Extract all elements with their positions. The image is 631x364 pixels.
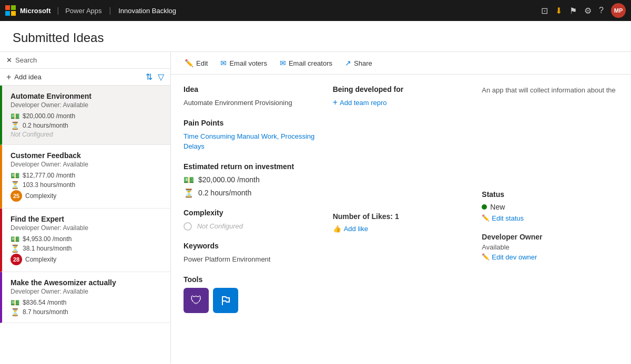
edit-button[interactable]: ✏️ Edit (179, 56, 213, 70)
search-row[interactable]: ✕ Search (6, 56, 164, 64)
list-item[interactable]: Find the Expert Developer Owner: Availab… (0, 209, 170, 272)
keywords-label: Keywords (184, 242, 320, 250)
sidebar: ✕ Search + Add idea ⇅ ▽ Automate Environ… (0, 52, 171, 363)
status-section: Status New ✏️ Edit status (482, 190, 618, 222)
email-voters-button[interactable]: ✉ Email voters (215, 56, 272, 70)
money-value: $20,000.00 /month (23, 112, 75, 120)
flow-tool-icon[interactable] (213, 288, 238, 313)
keywords-section: Keywords Power Platform Environment (184, 242, 320, 265)
hours-value: 103.3 hours/month (23, 181, 75, 189)
complexity-label: Complexity (184, 209, 320, 217)
add-like-label: Add like (344, 225, 368, 233)
money-value: $836.54 /month (23, 299, 66, 306)
meta-complexity-row: 28 Complexity (11, 254, 164, 265)
add-team-repro-link[interactable]: + Add team repro (333, 98, 470, 107)
plus-icon: + (6, 72, 11, 82)
idea-section: Idea Automate Environment Provisioning (184, 85, 320, 108)
microsoft-logo-icon (5, 5, 16, 16)
complexity-label: Complexity (25, 256, 56, 263)
topbar-right: ⊡ ⬇ ⚑ ⚙ ? MP (541, 3, 626, 18)
topbar-app-divider: | (109, 6, 111, 15)
help-icon[interactable]: ? (599, 6, 604, 15)
edit-icon: ✏️ (185, 59, 194, 67)
money-icon: 💵 (11, 298, 19, 307)
content-area: ✏️ Edit ✉ Email voters ✉ Email creators … (171, 52, 631, 363)
topbar: Microsoft | Power Apps | Innovation Back… (0, 0, 631, 21)
sidebar-toolbar: ✕ Search (0, 52, 170, 69)
edit-dev-owner-icon: ✏️ (482, 253, 490, 261)
complexity-circle (184, 222, 192, 231)
pain-points-value: Time Consuming Manual Work, Processing D… (184, 131, 320, 152)
list-item[interactable]: Automate Environment Developer Owner: Av… (0, 86, 170, 145)
add-idea-button[interactable]: + Add idea (6, 72, 42, 82)
topbar-backlog-label: Innovation Backlog (118, 7, 176, 15)
hours-icon: ⏳ (11, 121, 19, 130)
add-team-repro-label: Add team repro (340, 99, 387, 107)
settings-icon[interactable]: ⚙ (584, 6, 592, 16)
toolbar-icons: ⇅ ▽ (146, 72, 164, 82)
being-developed-label: Being developed for (333, 85, 470, 93)
list-item[interactable]: Make the Awesomizer actually Developer O… (0, 272, 170, 323)
money-icon: 💵 (11, 235, 19, 243)
idea-label: Idea (184, 85, 320, 93)
edit-dev-owner-button[interactable]: ✏️ Edit dev owner (482, 253, 618, 261)
detail-col-mid: Being developed for + Add team repro Num… (333, 85, 470, 324)
pain-point-link[interactable]: Time Consuming Manual Work, Processing D… (184, 132, 314, 151)
meta-hours-row: ⏳ 103.3 hours/month (11, 181, 164, 189)
filter-icon[interactable]: ▽ (158, 72, 164, 82)
thumbs-up-icon: 👍 (333, 225, 341, 233)
complexity-badge: 25 (11, 190, 22, 202)
roi-label: Estimated return on investment (184, 162, 320, 171)
hours-icon: ⏳ (11, 181, 19, 189)
meta-money-row: 💵 $20,000.00 /month (11, 112, 164, 120)
detail-content: Idea Automate Environment Provisioning P… (171, 75, 631, 334)
complexity-value: Not Configured (184, 221, 320, 232)
being-developed-section: Being developed for + Add team repro (333, 85, 470, 107)
page-title-area: Submitted Ideas (0, 21, 631, 52)
developer-owner-section: Developer Owner Available ✏️ Edit dev ow… (482, 233, 618, 261)
shield-tool-icon[interactable]: 🛡 (184, 288, 209, 313)
detail-col-left: Idea Automate Environment Provisioning P… (184, 85, 320, 324)
svg-rect-1 (11, 5, 16, 10)
topbar-app-label: Power Apps (65, 7, 101, 15)
hours-value: 0.2 hours/month (23, 122, 68, 129)
idea-meta: 💵 $12,777.00 /month ⏳ 103.3 hours/month … (11, 171, 164, 202)
add-idea-label: Add idea (14, 73, 41, 81)
window-icon[interactable]: ⊡ (541, 6, 548, 16)
plus-icon: + (333, 98, 338, 107)
hours-icon: ⏳ (11, 244, 19, 253)
list-item[interactable]: Customer Feedback Developer Owner: Avail… (0, 145, 170, 209)
close-search-icon[interactable]: ✕ (6, 56, 12, 64)
roi-hours-icon: ⏳ (184, 188, 194, 198)
meta-hours-row: ⏳ 38.1 hours/month (11, 244, 164, 253)
sort-icon[interactable]: ⇅ (146, 72, 152, 82)
pain-points-label: Pain Points (184, 119, 320, 127)
avatar[interactable]: MP (611, 3, 626, 18)
status-label: Status (482, 190, 618, 199)
download-icon[interactable]: ⬇ (555, 6, 562, 16)
money-icon: 💵 (11, 171, 19, 180)
svg-rect-2 (5, 11, 10, 16)
email-creators-button[interactable]: ✉ Email creators (274, 56, 338, 70)
hours-value: 8.7 hours/month (23, 308, 68, 316)
email-creators-icon: ✉ (280, 59, 286, 67)
complexity-value: Not Configured (11, 131, 53, 138)
likes-section: Number of Likes: 1 👍 Add like (333, 212, 470, 233)
roi-money-icon: 💵 (184, 175, 194, 185)
idea-title: Customer Feedback (11, 151, 164, 160)
idea-owner: Developer Owner: Available (11, 161, 164, 168)
share-label: Share (354, 59, 372, 67)
complexity-badge: 28 (11, 254, 22, 265)
pain-points-section: Pain Points Time Consuming Manual Work, … (184, 119, 320, 152)
flag-icon[interactable]: ⚑ (569, 6, 577, 16)
meta-money-row: 💵 $12,777.00 /month (11, 171, 164, 180)
add-like-button[interactable]: 👍 Add like (333, 225, 470, 233)
edit-status-icon: ✏️ (482, 214, 490, 222)
share-button[interactable]: ↗ Share (340, 56, 378, 70)
share-icon: ↗ (345, 59, 351, 67)
hours-icon: ⏳ (11, 308, 19, 316)
edit-status-button[interactable]: ✏️ Edit status (482, 214, 618, 222)
idea-owner: Developer Owner: Available (11, 288, 164, 295)
tool-icons: 🛡 (184, 288, 320, 313)
meta-money-row: 💵 $836.54 /month (11, 298, 164, 307)
